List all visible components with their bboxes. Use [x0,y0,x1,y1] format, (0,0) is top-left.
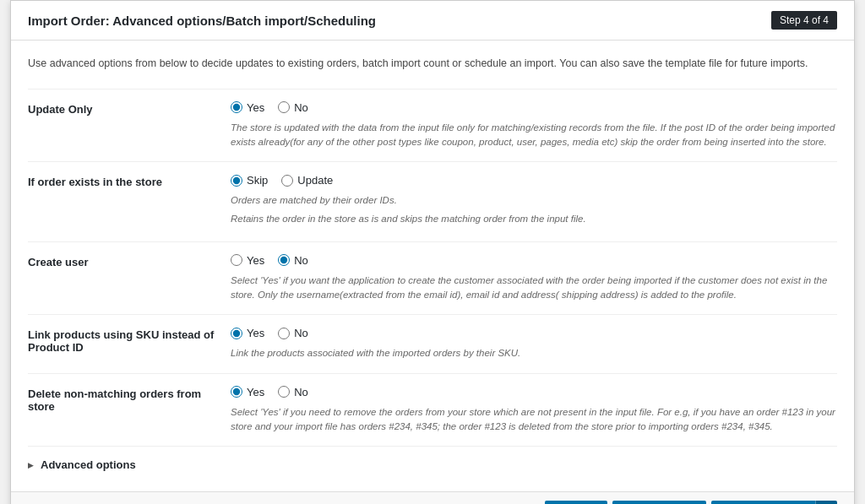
radio-input-if-order-exists-skip[interactable] [231,175,242,187]
import-main-button[interactable]: Import/Schedule [711,501,815,504]
radio-label-create-user-no: No [294,254,308,267]
import-button-group: Import/Schedule [711,501,837,504]
radio-input-update-only-no[interactable] [278,101,290,113]
import-dropdown-button[interactable] [815,501,837,504]
radio-item-update-only-yes[interactable]: Yes [231,101,264,114]
radio-item-if-order-exists-update[interactable]: Update [281,174,333,187]
option-description-delete-non-matching: Select 'Yes' if you need to remove the o… [231,405,837,435]
option-controls-if-order-exists: SkipUpdateOrders are matched by their or… [231,174,837,230]
radio-label-update-only-no: No [294,101,308,114]
radio-group-if-order-exists: SkipUpdate [231,174,837,187]
option-row-link-products: Link products using SKU instead of Produ… [28,314,837,372]
radio-input-update-only-yes[interactable] [231,101,242,113]
radio-input-create-user-yes[interactable] [231,254,242,266]
radio-input-link-products-yes[interactable] [231,328,242,339]
advanced-toggle[interactable]: Advanced options [28,458,837,471]
radio-input-delete-non-matching-no[interactable] [278,386,290,398]
radio-label-if-order-exists-update: Update [297,174,333,187]
advanced-label: Advanced options [41,458,136,471]
modal-body: Use advanced options from below to decid… [11,41,854,491]
option-row-if-order-exists: If order exists in the storeSkipUpdateOr… [28,161,837,241]
radio-input-if-order-exists-update[interactable] [281,175,293,187]
option-label-create-user: Create user [28,254,231,268]
modal-header: Import Order: Advanced options/Batch imp… [11,1,854,41]
radio-group-link-products: YesNo [231,327,837,339]
radio-item-delete-non-matching-yes[interactable]: Yes [231,386,264,398]
option-description-create-user: Select 'Yes' if you want the application… [231,274,837,303]
radio-label-link-products-no: No [294,327,308,339]
radio-label-if-order-exists-skip: Skip [247,174,268,187]
modal-title: Import Order: Advanced options/Batch imp… [28,14,376,28]
option-label-update-only: Update Only [28,101,231,116]
intro-description: Use advanced options from below to decid… [28,56,837,72]
radio-item-link-products-yes[interactable]: Yes [231,327,264,339]
option-controls-create-user: YesNoSelect 'Yes' if you want the applic… [231,254,837,303]
radio-item-delete-non-matching-no[interactable]: No [278,386,308,398]
option-label-if-order-exists: If order exists in the store [28,174,231,188]
radio-label-create-user-yes: Yes [247,254,264,267]
radio-label-link-products-yes: Yes [247,327,264,339]
save-template-button[interactable]: Save template [612,501,706,504]
option-description-update-only: The store is updated with the data from … [231,121,837,150]
radio-item-update-only-no[interactable]: No [278,101,308,114]
option-description-if-order-exists: Orders are matched by their order IDs.Re… [231,193,837,226]
options-container: Update OnlyYesNoThe store is updated wit… [28,89,837,446]
option-row-update-only: Update OnlyYesNoThe store is updated wit… [28,89,837,162]
radio-label-delete-non-matching-yes: Yes [247,386,264,398]
step-badge: Step 4 of 4 [771,11,837,30]
option-label-delete-non-matching: Delete non-matching orders from store [28,386,231,413]
radio-group-create-user: YesNo [231,254,837,267]
option-row-create-user: Create userYesNoSelect 'Yes' if you want… [28,241,837,315]
modal-container: Import Order: Advanced options/Batch imp… [10,0,855,504]
radio-input-create-user-no[interactable] [278,254,290,266]
option-controls-delete-non-matching: YesNoSelect 'Yes' if you need to remove … [231,386,837,435]
advanced-section: Advanced options [28,446,837,483]
radio-item-if-order-exists-skip[interactable]: Skip [231,174,268,187]
radio-item-create-user-yes[interactable]: Yes [231,254,264,267]
option-controls-link-products: YesNoLink the products associated with t… [231,327,837,360]
back-button[interactable]: Back [545,501,607,504]
advanced-chevron-icon [28,460,34,469]
radio-input-link-products-no[interactable] [278,328,290,339]
option-controls-update-only: YesNoThe store is updated with the data … [231,101,837,150]
radio-item-create-user-no[interactable]: No [278,254,308,267]
modal-footer: Back Save template Import/Schedule [11,491,854,504]
radio-label-delete-non-matching-no: No [294,386,308,398]
option-row-delete-non-matching: Delete non-matching orders from storeYes… [28,373,837,447]
radio-input-delete-non-matching-yes[interactable] [231,386,242,398]
radio-group-delete-non-matching: YesNo [231,386,837,398]
radio-group-update-only: YesNo [231,101,837,114]
option-description-link-products: Link the products associated with the im… [231,346,837,360]
radio-label-update-only-yes: Yes [247,101,264,114]
radio-item-link-products-no[interactable]: No [278,327,308,339]
option-label-link-products: Link products using SKU instead of Produ… [28,327,231,354]
